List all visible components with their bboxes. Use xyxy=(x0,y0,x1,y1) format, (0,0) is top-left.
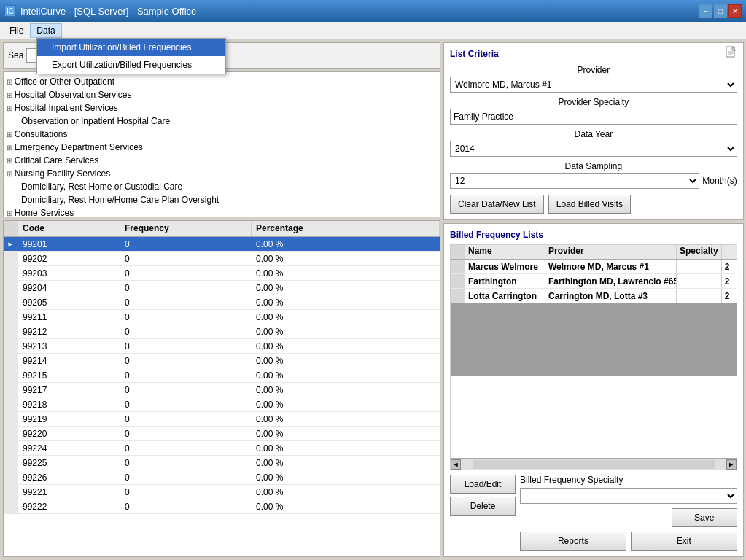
tree-item[interactable]: Hospital Observation Services xyxy=(7,88,437,101)
row-indicator xyxy=(4,252,18,265)
table-row[interactable]: 99211 0 0.00 % xyxy=(4,310,440,324)
table-row[interactable]: 99214 0 0.00 % xyxy=(4,354,440,368)
import-menu-item[interactable]: Import Utilization/Billed Frequencies xyxy=(37,39,225,56)
restore-button[interactable]: □ xyxy=(714,4,727,18)
scroll-track xyxy=(473,460,715,469)
exit-button[interactable]: Exit xyxy=(631,532,737,551)
freq-box: Billed Frequency Lists Name Provider Spe… xyxy=(443,223,744,557)
scroll-left-button[interactable]: ◄ xyxy=(451,459,461,470)
service-tree[interactable]: Office or Other Outpatient Hospital Obse… xyxy=(3,71,440,217)
data-menu[interactable]: Data xyxy=(30,23,61,38)
table-row[interactable]: 99220 0 0.00 % xyxy=(4,427,440,441)
file-menu[interactable]: File xyxy=(3,23,30,38)
data-year-select[interactable]: 2014 xyxy=(450,141,737,157)
freq-row-indicator xyxy=(451,274,465,288)
table-row[interactable]: 99215 0 0.00 % xyxy=(4,368,440,383)
freq-header-indicator xyxy=(451,245,465,259)
cell-code: 99221 xyxy=(18,485,120,499)
cell-frequency: 0 xyxy=(120,383,252,397)
billed-specialty-select[interactable] xyxy=(520,488,737,504)
table-row[interactable]: ► 99201 0 0.00 % xyxy=(4,237,440,252)
tree-item[interactable]: Consultations xyxy=(7,128,437,141)
table-row[interactable]: 99221 0 0.00 % xyxy=(4,485,440,499)
months-label: Month(s) xyxy=(702,176,737,186)
table-row[interactable]: 99212 0 0.00 % xyxy=(4,324,440,339)
table-row[interactable]: 99205 0 0.00 % xyxy=(4,295,440,310)
tree-item[interactable]: Nursing Facility Services xyxy=(7,167,437,180)
cell-percentage: 0.00 % xyxy=(252,252,440,265)
table-row[interactable]: 99225 0 0.00 % xyxy=(4,456,440,470)
table-row[interactable]: 99217 0 0.00 % xyxy=(4,383,440,397)
table-row[interactable]: 99222 0 0.00 % xyxy=(4,499,440,514)
cell-frequency: 0 xyxy=(120,237,252,251)
row-indicator xyxy=(4,354,18,368)
specialty-input[interactable] xyxy=(450,109,737,125)
row-indicator xyxy=(4,295,18,309)
clear-data-button[interactable]: Clear Data/New List xyxy=(450,195,544,214)
cell-percentage: 0.00 % xyxy=(252,441,440,455)
freq-cell-extra: 2 xyxy=(722,260,737,273)
row-indicator xyxy=(4,324,18,338)
cell-percentage: 0.00 % xyxy=(252,281,440,295)
minimize-button[interactable]: − xyxy=(699,4,712,18)
window-controls[interactable]: − □ ✕ xyxy=(699,4,742,18)
list-item[interactable]: Farthington Farthington MD, Lawrencio #6… xyxy=(451,274,737,289)
freq-horizontal-scrollbar[interactable]: ◄ ► xyxy=(451,458,737,470)
cell-percentage: 0.00 % xyxy=(252,470,440,484)
freq-cell-specialty xyxy=(677,260,722,273)
tree-item[interactable]: Observation or Inpatient Hospital Care xyxy=(7,114,437,128)
tree-item[interactable]: Critical Care Services xyxy=(7,154,437,167)
list-item[interactable]: Lotta Carrington Carrington MD, Lotta #3… xyxy=(451,289,737,303)
table-row[interactable]: 99218 0 0.00 % xyxy=(4,397,440,412)
freq-table-header: Name Provider Specialty xyxy=(451,245,737,260)
cell-percentage: 0.00 % xyxy=(252,266,440,280)
cell-code: 99214 xyxy=(18,354,120,368)
table-row[interactable]: 99224 0 0.00 % xyxy=(4,441,440,456)
table-row[interactable]: 99213 0 0.00 % xyxy=(4,339,440,354)
row-indicator xyxy=(4,470,18,484)
freq-row-indicator xyxy=(451,289,465,303)
scroll-right-button[interactable]: ► xyxy=(726,459,737,470)
cell-frequency: 0 xyxy=(120,310,252,324)
reports-button[interactable]: Reports xyxy=(520,532,626,551)
cell-code: 99204 xyxy=(18,281,120,295)
load-billed-visits-button[interactable]: Load Billed Visits xyxy=(548,195,631,214)
freq-cell-name: Farthington xyxy=(465,274,545,288)
cell-percentage: 0.00 % xyxy=(252,339,440,353)
close-button[interactable]: ✕ xyxy=(728,4,742,18)
grid-body[interactable]: ► 99201 0 0.00 % 99202 0 0.00 % 99203 0 … xyxy=(4,237,440,556)
save-button[interactable]: Save xyxy=(672,508,737,527)
cell-percentage: 0.00 % xyxy=(252,456,440,470)
freq-cell-name: Lotta Carrington xyxy=(465,289,545,303)
grid-header-frequency: Frequency xyxy=(120,221,252,236)
menu-bar: File Data Import Utilization/Billed Freq… xyxy=(0,22,746,39)
tree-item[interactable]: Home Services xyxy=(7,206,437,217)
tree-item[interactable]: Domiciliary, Rest Home/Home Care Plan Ov… xyxy=(7,193,437,206)
table-row[interactable]: 99204 0 0.00 % xyxy=(4,281,440,295)
tree-item[interactable]: Office or Other Outpatient xyxy=(7,75,437,88)
freq-body[interactable]: Marcus Welmore Welmore MD, Marcus #1 2 F… xyxy=(451,260,737,458)
data-year-field: Data Year 2014 xyxy=(450,129,737,157)
provider-select[interactable]: Welmore MD, Marcus #1 xyxy=(450,77,737,93)
grid-header-code: Code xyxy=(18,221,120,236)
delete-button[interactable]: Delete xyxy=(450,497,516,516)
new-document-icon[interactable] xyxy=(726,46,737,61)
tree-item[interactable]: Emergency Department Services xyxy=(7,141,437,154)
left-panel: Sea h Service/Subservice Types Office or… xyxy=(3,42,440,557)
cell-percentage: 0.00 % xyxy=(252,427,440,440)
list-item[interactable]: Marcus Welmore Welmore MD, Marcus #1 2 xyxy=(451,260,737,274)
table-row[interactable]: 99203 0 0.00 % xyxy=(4,266,440,281)
cell-frequency: 0 xyxy=(120,427,252,440)
freq-cell-specialty xyxy=(677,274,722,288)
table-row[interactable]: 99219 0 0.00 % xyxy=(4,412,440,427)
grid-header-percentage: Percentage xyxy=(252,221,440,236)
export-menu-item[interactable]: Export Utilization/Billed Frequencies xyxy=(37,56,225,74)
tree-item[interactable]: Domiciliary, Rest Home or Custodial Care xyxy=(7,180,437,193)
table-row[interactable]: 99226 0 0.00 % xyxy=(4,470,440,485)
tree-item[interactable]: Hospital Inpatient Services xyxy=(7,101,437,114)
table-row[interactable]: 99202 0 0.00 % xyxy=(4,252,440,266)
data-sampling-select[interactable]: 12 xyxy=(450,173,699,189)
row-indicator xyxy=(4,397,18,411)
load-edit-button[interactable]: Load/Edit xyxy=(450,475,516,494)
left-action-buttons: Load/Edit Delete xyxy=(450,475,516,516)
